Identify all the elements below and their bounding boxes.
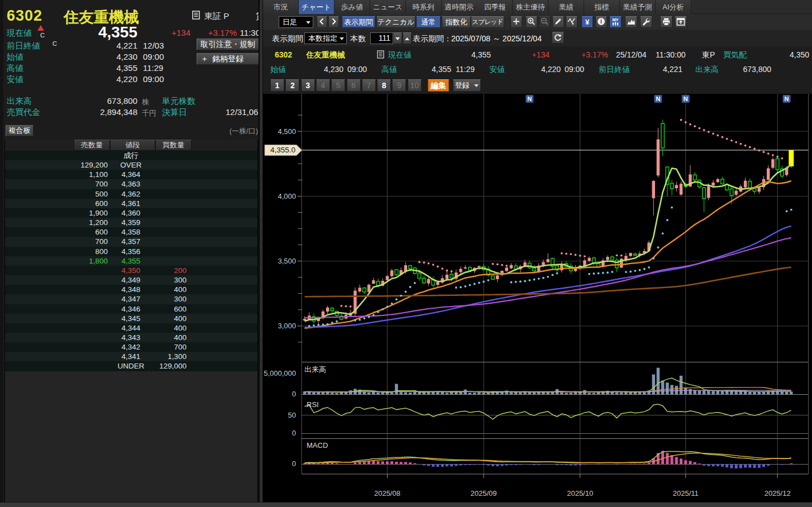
order-book-row[interactable]: 8004,356 <box>5 247 257 256</box>
order-book-row[interactable]: 7004,357 <box>5 237 257 246</box>
yen-scale-button[interactable]: ¥ <box>581 16 593 28</box>
order-book-row[interactable]: 4,348400 <box>5 285 257 294</box>
trendline-tool-button[interactable] <box>566 16 577 28</box>
quote-panel: 6302 住友重機械 東証 P 貸 現在値 C 4,355 +134 +3.17… <box>3 0 259 502</box>
zoom-out-button[interactable] <box>539 16 551 28</box>
add-chart-button[interactable] <box>510 16 522 28</box>
price-cell: 4,346 <box>111 304 151 314</box>
chart-slot-button-10[interactable]: 10 <box>408 79 422 92</box>
prev-button[interactable] <box>317 16 327 28</box>
chart-slot-button-9[interactable]: 9 <box>392 79 406 92</box>
export-window-button[interactable] <box>675 16 687 28</box>
order-book-row[interactable]: 1,8004,355 <box>5 256 257 266</box>
timeframe-select[interactable]: 日足 <box>279 16 313 28</box>
tab-業績予測[interactable]: 業績予測 <box>620 0 656 14</box>
zoom-out-icon <box>540 17 550 26</box>
trading-caution-button[interactable]: 取引注意・規制 <box>197 39 259 50</box>
tab-チャート[interactable]: チャート <box>299 0 335 14</box>
buy-qty-cell <box>151 208 190 218</box>
chart-slot-button-4[interactable]: 4 <box>316 79 330 92</box>
svg-text:3,000: 3,000 <box>278 322 296 330</box>
up-arrow-icon <box>37 25 44 31</box>
chart-slot-button-7[interactable]: 7 <box>362 79 376 92</box>
open-value: 4,230 <box>76 52 137 61</box>
reset-period-button[interactable] <box>552 32 564 44</box>
spread-mode-button[interactable]: スプレッド <box>471 16 504 28</box>
tab-AI分析[interactable]: AI分析 <box>656 0 691 14</box>
tab-ニュース[interactable]: ニュース <box>370 0 406 14</box>
settlement-value: 12/31,06 <box>226 107 259 117</box>
price-change: +134 <box>156 28 190 37</box>
composite-board-button[interactable]: 複合板 <box>6 125 34 136</box>
sell-qty-cell <box>5 314 111 323</box>
next-button[interactable] <box>328 16 339 28</box>
order-book-row[interactable]: 4,347300 <box>5 294 257 304</box>
tab-指標[interactable]: 指標 <box>584 0 620 14</box>
period-mode-select[interactable]: 本数指定 <box>304 32 347 44</box>
order-book-row[interactable]: 4,349300 <box>5 275 257 285</box>
count-down-button[interactable] <box>393 32 402 44</box>
tab-歩み値[interactable]: 歩み値 <box>335 0 370 14</box>
draw-pencil-button[interactable] <box>552 16 564 28</box>
settings-wrench-button[interactable] <box>640 16 652 28</box>
buy-qty-cell <box>151 160 190 170</box>
order-book-row[interactable]: 6004,358 <box>5 227 257 237</box>
chart-slot-button-5[interactable]: 5 <box>331 79 345 92</box>
order-book-row[interactable]: 1,2004,359 <box>5 218 257 227</box>
order-book-row[interactable]: 4,3411,300 <box>5 352 257 361</box>
panel-divider[interactable] <box>259 0 263 502</box>
count-up-button[interactable] <box>403 32 412 44</box>
order-book-header: 売数量 値段 買数量 <box>5 140 257 151</box>
register-stock-button[interactable]: ＋ 銘柄登録 <box>197 53 259 65</box>
print-button[interactable] <box>660 16 672 28</box>
buy-qty-cell <box>151 237 190 246</box>
settlement-label: 決算日 <box>162 107 187 118</box>
chart-slot-button-1[interactable]: 1 <box>270 79 284 92</box>
indexed-mode-button[interactable]: 指数化 <box>442 16 471 28</box>
display-period-button[interactable]: 表示期間 <box>342 16 375 28</box>
info-button[interactable]: i <box>595 16 607 28</box>
order-book-row[interactable]: 1,9004,360 <box>5 208 257 218</box>
volume-label: 出来高 <box>7 96 32 107</box>
bar-count-label: 本数 <box>350 34 366 44</box>
chart-slot-button-8[interactable]: 8 <box>377 79 391 92</box>
order-book-row[interactable]: 4,345400 <box>5 314 257 323</box>
mountain-chart-button[interactable] <box>625 16 637 28</box>
normal-mode-button[interactable]: 通常 <box>416 16 441 28</box>
order-book-row[interactable]: 4,350200 <box>5 266 257 275</box>
order-book-row[interactable]: 6004,361 <box>5 199 257 208</box>
order-book-row[interactable]: 129,200OVER <box>5 160 257 170</box>
order-book-row[interactable]: 1,1004,364 <box>5 170 257 179</box>
chart-slot-button-6[interactable]: 6 <box>347 79 361 92</box>
tab-市況[interactable]: 市況 <box>263 0 299 14</box>
price-chart[interactable]: 2025/082025/092025/102025/112025/123,000… <box>263 94 812 507</box>
price-cell: 4,360 <box>111 208 151 218</box>
order-book-row[interactable]: 4,343400 <box>5 333 257 342</box>
tab-業績[interactable]: 業績 <box>548 0 584 14</box>
chart-slot-button-3[interactable]: 3 <box>301 79 315 92</box>
tab-時系列[interactable]: 時系列 <box>406 0 442 14</box>
order-book-row[interactable]: 5004,362 <box>5 189 257 199</box>
sell-qty-cell: 1,200 <box>5 218 111 227</box>
info-time: 11:30:00 <box>656 50 685 59</box>
order-book-row[interactable]: UNDER129,000 <box>5 361 257 371</box>
zoom-in-button[interactable] <box>526 16 537 28</box>
order-book-row[interactable]: 7004,363 <box>5 179 257 189</box>
register-dropdown-button[interactable]: 登録 <box>453 79 481 92</box>
edit-button[interactable]: 編集 <box>428 79 449 92</box>
chart-slot-button-2[interactable]: 2 <box>285 79 299 92</box>
tab-株主優待[interactable]: 株主優待 <box>513 0 548 14</box>
rsi-line <box>305 404 791 419</box>
order-book-row[interactable]: 4,342700 <box>5 342 257 352</box>
my-chart-button[interactable]: MY <box>609 16 622 28</box>
tab-適時開示[interactable]: 適時開示 <box>442 0 477 14</box>
tab-四季報[interactable]: 四季報 <box>477 0 513 14</box>
bar-count-input[interactable]: 111 <box>370 32 393 44</box>
plus-icon <box>512 17 521 26</box>
svg-text:N: N <box>684 95 688 102</box>
high-value: 4,355 <box>76 63 137 73</box>
order-book-row[interactable]: 成行 <box>5 151 257 160</box>
order-book-row[interactable]: 4,346600 <box>5 304 257 314</box>
technical-button[interactable]: テクニカル <box>376 16 415 28</box>
order-book-row[interactable]: 4,344400 <box>5 323 257 333</box>
